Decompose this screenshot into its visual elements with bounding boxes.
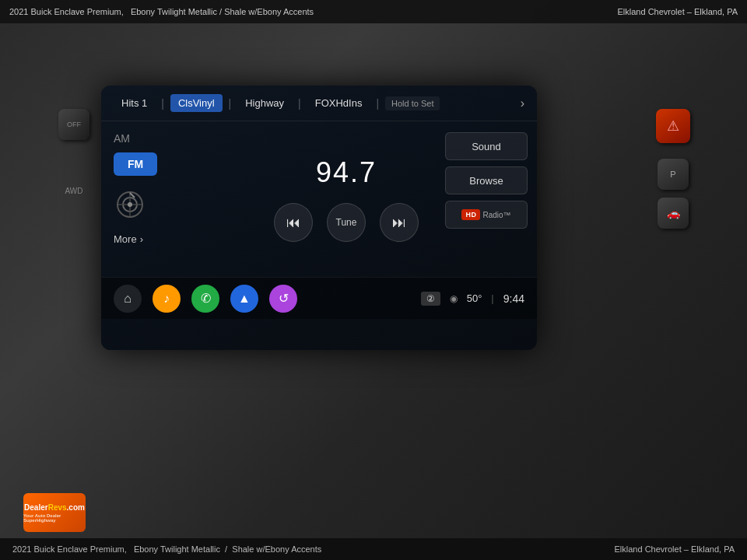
phone-nav-button[interactable]: ✆ [191,285,219,313]
bottom-nav: ⌂ ♪ ✆ ▲ ↺ ② ◉ 50° | 9:44 [101,277,537,319]
rewind-button[interactable]: ⏮ [274,203,313,242]
preset-row: Hits 1 | ClsVinyl | Highway | FOXHdIns |… [101,86,537,121]
preset-divider-1: | [161,97,164,110]
assist-button-area: 🚗 [646,198,700,229]
fm-band-button[interactable]: FM [114,152,157,176]
main-content: AM FM More › [101,121,537,277]
assist-button[interactable]: 🚗 [658,198,689,229]
more-link[interactable]: More › [114,233,244,245]
watermark-logo: Dealer Revs .com Your Auto Dealer SuperH… [23,493,86,532]
left-panel: AM FM More › [101,121,257,277]
satellite-radio-icon[interactable] [114,188,146,221]
time-display: 9:44 [503,292,524,305]
temperature-display: 50° [467,292,482,304]
sound-label: Sound [472,141,501,152]
awd-indicator: AWD [47,187,101,195]
bottom-car-name: 2021 Buick Enclave Premium, [12,544,127,554]
hd-radio-label: Radio™ [482,211,510,219]
status-separator: | [491,292,493,304]
preset-clsvinyl[interactable]: ClsVinyl [170,94,223,112]
frequency-value: 94.7 [316,156,377,188]
playback-controls: ⏮ Tune ⏭ [274,203,419,242]
off-button[interactable]: OFF [58,109,89,140]
header-dealer: Elkland Chevrolet – Elkland, PA [618,7,738,16]
more-chevron-icon: › [140,233,143,245]
am-band-label[interactable]: AM [114,132,130,145]
off-label: OFF [67,121,81,128]
sound-button[interactable]: Sound [445,132,528,160]
center-panel: 94.7 ⏮ Tune ⏭ [257,121,436,277]
watermark-tagline: Your Auto Dealer SuperHighway [23,513,86,523]
bottom-left-text: 2021 Buick Enclave Premium, Ebony Twilig… [12,544,321,554]
preset-divider-4: | [376,97,379,110]
awd-label: AWD [47,187,101,195]
fm-label: FM [128,158,143,170]
hazard-button[interactable]: ⚠ [656,109,690,143]
frequency-display: 94.7 [316,156,377,189]
phone-icon: ✆ [201,291,211,306]
preset-highway[interactable]: Highway [237,94,292,112]
infotainment-screen: Hits 1 | ClsVinyl | Highway | FOXHdIns |… [101,86,537,350]
screen-content: Hits 1 | ClsVinyl | Highway | FOXHdIns |… [101,86,537,350]
watermark: Dealer Revs .com Your Auto Dealer SuperH… [23,493,86,532]
more-label: More [114,233,137,245]
bottom-color: Ebony Twilight Metallic [134,544,220,554]
forward-icon: ⏭ [392,215,406,231]
music-nav-button[interactable]: ♪ [153,285,181,313]
navigation-nav-button[interactable]: ▲ [230,285,258,313]
header-subtitle: Ebony Twilight Metallic / Shale w/Ebony … [131,7,314,16]
bottom-slash: / [225,544,227,554]
connected-nav-button[interactable]: ↺ [269,285,297,313]
watermark-line3: .com [67,503,85,512]
status-area: ② ◉ 50° | 9:44 [421,292,524,306]
browse-button[interactable]: Browse [445,166,528,194]
rewind-icon: ⏮ [286,215,300,231]
watermark-line2: Revs [48,503,67,512]
park-button-area: P [646,159,700,190]
tune-button[interactable]: Tune [327,203,366,242]
forward-button[interactable]: ⏭ [380,203,419,242]
preset-divider-2: | [229,97,232,110]
preset-divider-3: | [298,97,301,110]
connected-icon: ↺ [279,291,289,306]
location-icon: ◉ [450,293,458,304]
browse-label: Browse [469,175,503,187]
music-icon: ♪ [163,292,170,306]
right-controls: ⚠ P 🚗 [646,101,700,334]
hold-to-set[interactable]: Hold to Set [385,96,440,110]
channel-number: ② [421,292,440,306]
svg-point-4 [128,202,132,207]
top-header: 2021 Buick Enclave Premium, Ebony Twilig… [0,0,747,23]
right-panel: Sound Browse HD Radio™ [436,121,537,277]
preset-hits1[interactable]: Hits 1 [114,94,155,112]
band-selector: AM [114,132,244,145]
tune-label: Tune [336,217,357,228]
hd-badge: HD [461,209,480,220]
left-controls: OFF AWD [47,101,101,334]
park-label: P [670,170,675,179]
navigation-icon: ▲ [238,292,251,306]
preset-foxhdins[interactable]: FOXHdIns [307,94,370,112]
header-title-text: 2021 Buick Enclave Premium, [9,7,124,16]
temperature-value: 50° [467,292,482,304]
bottom-bar: 2021 Buick Enclave Premium, Ebony Twilig… [0,538,747,560]
watermark-line1: Dealer [24,503,48,512]
hd-radio-button[interactable]: HD Radio™ [445,201,528,229]
preset-next-button[interactable]: › [521,96,524,110]
bottom-interior: Shale w/Ebony Accents [232,544,321,554]
bottom-dealer: Elkland Chevrolet – Elkland, PA [615,544,735,554]
home-nav-button[interactable]: ⌂ [114,285,142,313]
park-button[interactable]: P [658,159,689,190]
header-title: 2021 Buick Enclave Premium, Ebony Twilig… [9,7,314,16]
home-icon: ⌂ [124,292,132,306]
